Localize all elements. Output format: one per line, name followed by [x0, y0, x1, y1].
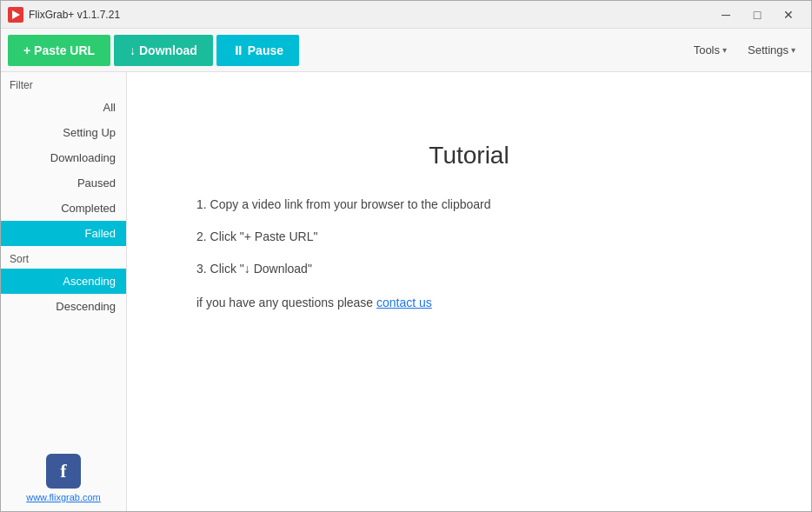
titlebar: FlixGrab+ v1.1.7.21 ─ □ ✕ [1, 1, 811, 29]
contact-text: if you have any questions please [196, 296, 376, 309]
download-button[interactable]: ↓ Download [114, 35, 213, 66]
sidebar-item-paused[interactable]: Paused [1, 170, 126, 196]
sidebar-item-failed[interactable]: Failed [1, 221, 126, 246]
maximize-button[interactable]: □ [742, 1, 773, 29]
sidebar-item-descending[interactable]: Descending [1, 294, 126, 319]
tutorial-step-1: 1. Copy a video link from your browser t… [196, 196, 491, 214]
sort-section-label: Sort [1, 246, 126, 269]
tutorial-contact: if you have any questions please contact… [196, 296, 432, 309]
tools-dropdown-arrow: ▾ [722, 45, 727, 55]
pause-button[interactable]: ⏸ Pause [216, 35, 299, 66]
tutorial-area: Tutorial 1. Copy a video link from your … [127, 72, 811, 344]
close-button[interactable]: ✕ [773, 1, 804, 29]
content-area: Tutorial 1. Copy a video link from your … [127, 72, 811, 512]
settings-dropdown-arrow: ▾ [791, 45, 795, 55]
sidebar-item-all[interactable]: All [1, 95, 126, 120]
minimize-button[interactable]: ─ [710, 1, 742, 29]
settings-button[interactable]: Settings ▾ [739, 35, 804, 66]
toolbar: + Paste URL ↓ Download ⏸ Pause Tools ▾ S… [1, 29, 811, 72]
app-logo [8, 7, 23, 23]
filter-section-label: Filter [1, 72, 126, 95]
website-link[interactable]: www.flixgrab.com [26, 492, 101, 502]
settings-label: Settings [748, 43, 789, 57]
sidebar-footer: f www.flixgrab.com [1, 443, 126, 512]
sidebar-item-ascending[interactable]: Ascending [1, 269, 126, 294]
window-controls: ─ □ ✕ [710, 1, 804, 29]
contact-us-link[interactable]: contact us [376, 296, 432, 309]
app-title: FlixGrab+ v1.1.7.21 [29, 9, 710, 21]
sidebar-item-downloading[interactable]: Downloading [1, 145, 126, 170]
facebook-icon[interactable]: f [46, 454, 81, 489]
sidebar-item-completed[interactable]: Completed [1, 196, 126, 221]
main-layout: Filter All Setting Up Downloading Paused… [1, 72, 811, 512]
paste-url-button[interactable]: + Paste URL [8, 35, 110, 66]
tutorial-step-2: 2. Click "+ Paste URL" [196, 228, 318, 246]
tutorial-step-3: 3. Click "↓ Download" [196, 260, 312, 278]
sidebar-item-setting-up[interactable]: Setting Up [1, 120, 126, 145]
tools-button[interactable]: Tools ▾ [685, 35, 735, 66]
tutorial-title: Tutorial [429, 142, 509, 170]
tools-label: Tools [694, 43, 720, 57]
sidebar: Filter All Setting Up Downloading Paused… [1, 72, 127, 512]
